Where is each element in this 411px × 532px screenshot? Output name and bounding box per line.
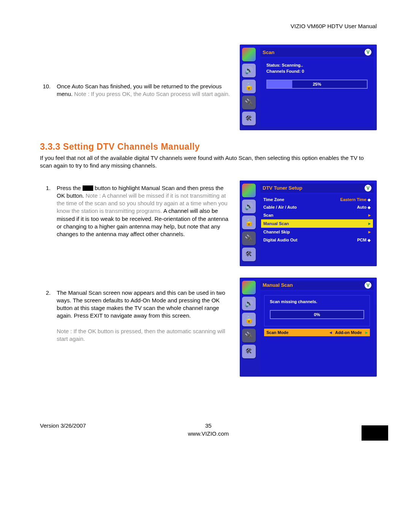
vizio-badge-icon: V: [365, 282, 371, 289]
osd-scan-body: Status: Scanning.. Channels Found: 0 25%: [260, 58, 374, 127]
speaker-icon: 🔊: [242, 64, 256, 77]
tuner-row-scan[interactable]: Scan ▸: [261, 211, 373, 219]
osd-sidebar: 🔊 🔒 🔌 🛠: [240, 48, 258, 127]
chevron-left-icon: ◂: [330, 330, 332, 335]
osd-scan-screen: 🔊 🔒 🔌 🛠 Scan V Status: Scanning.. Channe…: [240, 45, 377, 130]
section-intro: If you feel that not all of the availabl…: [40, 154, 377, 170]
tuner-row-channel-skip[interactable]: Channel Skip ▸: [261, 228, 373, 236]
tools-icon: 🛠: [242, 345, 256, 358]
connectors-icon: 🔌: [242, 329, 256, 342]
chevron-right-icon: ▸: [368, 212, 371, 218]
lock-icon: 🔒: [242, 313, 256, 326]
osd-scan-found: Channels Found: 0: [264, 68, 370, 74]
vizio-badge-icon: V: [365, 49, 371, 56]
osd-manual-msg: Scan missing channels.: [268, 299, 366, 305]
section-heading: 3.3.3 Setting DTV Channels Manually: [40, 142, 377, 152]
remote-button-icon: [83, 185, 93, 191]
footer-version: Version 3/26/2007: [40, 422, 86, 429]
tv-icon: [242, 281, 256, 294]
osd-manual-body: Scan missing channels. 0% Scan Mode ◂ Ad…: [260, 291, 374, 374]
speaker-icon: 🔊: [242, 297, 256, 310]
lock-icon: 🔒: [242, 80, 256, 93]
step-10-note-text: If you press OK, the Auto Scan process w…: [89, 91, 230, 97]
speaker-icon: 🔊: [242, 200, 256, 213]
footer-site: www.VIZIO.com: [40, 430, 377, 437]
osd-scan-titlebar: Scan V: [260, 48, 374, 57]
tuner-value: Eastern Time: [340, 197, 366, 202]
tuner-label: Channel Skip: [263, 230, 290, 234]
osd-tuner-titlebar: DTV Tuner Setup V: [260, 184, 374, 193]
tools-icon: 🛠: [242, 248, 256, 261]
osd-manual-screen: 🔊 🔒 🔌 🛠 Manual Scan V Scan missing chann…: [240, 278, 377, 377]
tuner-value: PCM: [357, 238, 366, 242]
osd-tuner-title: DTV Tuner Setup: [263, 185, 302, 191]
osd-scan-progress: 25%: [266, 80, 368, 89]
lock-icon: 🔒: [242, 216, 256, 229]
updown-icon: ◆: [368, 238, 371, 242]
tuner-value: Auto: [357, 205, 366, 209]
step-2-number: 2.: [40, 289, 51, 343]
connectors-icon: 🔌: [242, 232, 256, 245]
step-10-text: 10. Once Auto Scan has finished, you wil…: [40, 45, 232, 98]
step-2-note-text: If the OK button is pressed, then the au…: [57, 328, 225, 342]
step-10-number: 10.: [40, 83, 51, 98]
osd-manual-progress: 0%: [270, 310, 364, 319]
step-2-text: 2. The Manual Scan screen now appears an…: [40, 278, 232, 343]
tv-icon: [242, 48, 256, 61]
chevron-right-icon: ▸: [368, 221, 371, 226]
osd-manual-titlebar: Manual Scan V: [260, 281, 374, 290]
osd-scan-status: Status: Scanning..: [264, 62, 370, 68]
tuner-row-digital-audio[interactable]: Digital Audio Out PCM ◆: [261, 236, 373, 244]
chevron-right-icon: ▸: [365, 330, 368, 335]
step-1-note-label: Note :: [86, 192, 101, 199]
page-footer: Version 3/26/2007 35 www.VIZIO.com: [40, 422, 377, 437]
footer-page-number: 35: [205, 422, 212, 429]
osd-tuner-body: Time Zone Eastern Time ◆ Cable / Air / A…: [260, 194, 374, 263]
step-1-number: 1.: [40, 184, 51, 238]
osd-tuner-screen: 🔊 🔒 🔌 🛠 DTV Tuner Setup V Time Zone East…: [240, 181, 377, 266]
osd-scan-progress-fill: [267, 80, 292, 88]
tuner-row-manual-scan[interactable]: Manual Scan ▸: [261, 219, 373, 228]
tuner-row-timezone[interactable]: Time Zone Eastern Time ◆: [261, 196, 373, 203]
tuner-label: Scan: [263, 213, 273, 217]
osd-manual-progress-label: 0%: [314, 312, 320, 317]
step-1-body-a: Press the: [57, 185, 83, 191]
osd-scan-progress-label: 25%: [313, 82, 321, 86]
updown-icon: ◆: [368, 205, 371, 209]
step-10-note-label: Note :: [74, 91, 89, 97]
tuner-label: Cable / Air / Auto: [263, 205, 297, 209]
tuner-row-source[interactable]: Cable / Air / Auto Auto ◆: [261, 203, 373, 211]
tuner-label: Manual Scan: [263, 221, 289, 226]
tuner-label: Digital Audio Out: [263, 238, 297, 242]
osd-sidebar: 🔊 🔒 🔌 🛠: [240, 281, 258, 374]
scan-mode-label: Scan Mode: [266, 330, 288, 335]
updown-icon: ◆: [368, 198, 371, 202]
scan-mode-value: Add-on Mode: [335, 330, 362, 335]
osd-scan-title: Scan: [263, 50, 274, 55]
osd-sidebar: 🔊 🔒 🔌 🛠: [240, 184, 258, 263]
connectors-icon: 🔌: [242, 96, 256, 109]
page-header: VIZIO VM60P HDTV User Manual: [40, 23, 377, 29]
step-1-text: 1. Press the button to highlight Manual …: [40, 181, 232, 238]
osd-manual-title: Manual Scan: [263, 282, 293, 288]
tools-icon: 🛠: [242, 112, 256, 125]
vizio-badge-icon: V: [365, 185, 371, 192]
tv-icon: [242, 184, 256, 197]
tuner-label: Time Zone: [263, 197, 284, 202]
step-2-note-label: Note :: [57, 328, 72, 334]
step-2-body-a: The Manual Scan screen now appears and t…: [57, 289, 225, 319]
scan-mode-row[interactable]: Scan Mode ◂ Add-on Mode ▸: [264, 329, 370, 336]
chevron-right-icon: ▸: [368, 229, 371, 235]
page-corner-mark: [362, 425, 388, 441]
